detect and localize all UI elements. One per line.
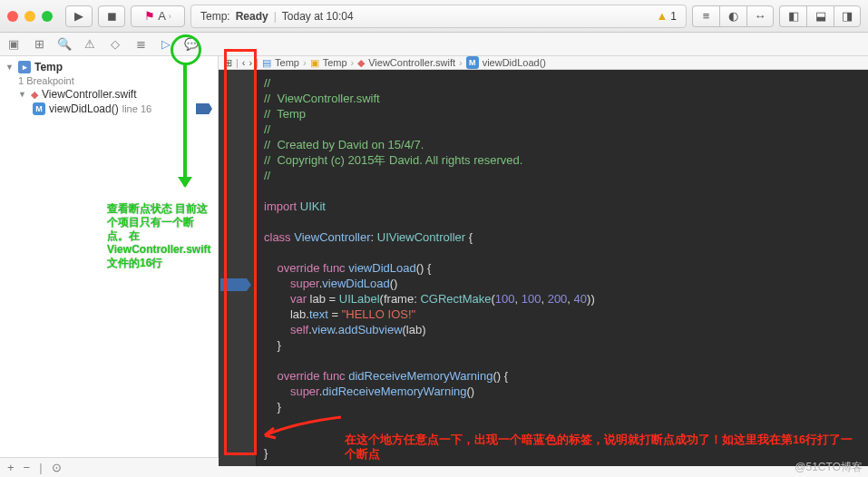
editor-gutter[interactable] [219, 70, 257, 466]
test-nav-icon[interactable]: ◇ [107, 37, 123, 51]
left-panel-toggle[interactable]: ◧ [779, 5, 806, 27]
annotation-text-red: 在这个地方任意点一下，出现一个暗蓝色的标签，说明就打断点成功了！如这里我在第16… [345, 433, 853, 462]
jump-bar[interactable]: ⊞ | ‹ › | ▤Temp › ▣Temp › ◆ViewControlle… [219, 56, 868, 70]
close-icon[interactable] [7, 11, 18, 22]
panel-toggle-group: ◧ ⬓ ◨ [779, 5, 861, 27]
project-nav-icon[interactable]: ▣ [5, 37, 22, 51]
status-state: Ready [236, 10, 268, 23]
watermark: @51CTO博客 [795, 460, 863, 475]
code-editor[interactable]: // // ViewController.swift // Temp // //… [219, 70, 868, 466]
run-button[interactable]: ▶ [65, 5, 93, 27]
file-name: ViewController.swift [42, 88, 136, 101]
annotation-text-green: 查看断点状态 目前这个项目只有一个断点。在ViewController.swif… [107, 202, 214, 270]
breakpoint-nav-icon[interactable]: ▷ [158, 37, 174, 51]
standard-editor-button[interactable]: ≡ [692, 5, 719, 27]
jb-method[interactable]: viewDidLoad() [483, 57, 546, 68]
filter-icon[interactable]: ⊙ [52, 461, 62, 474]
remove-button[interactable]: − [24, 461, 31, 474]
annotation-arrow-green [183, 63, 187, 186]
swift-file-icon: ◆ [357, 57, 365, 69]
bottom-panel-toggle[interactable]: ⬓ [806, 5, 834, 27]
code-content[interactable]: // // ViewController.swift // Temp // //… [257, 70, 868, 466]
doc-icon: ▤ [262, 57, 271, 69]
assistant-editor-button[interactable]: ◐ [719, 5, 746, 27]
stop-button[interactable]: ◼ [98, 5, 125, 27]
issue-nav-icon[interactable]: ⚠ [82, 37, 98, 51]
report-nav-icon[interactable]: 💬 [183, 37, 200, 51]
method-name: viewDidLoad() [49, 102, 119, 115]
add-button[interactable]: + [7, 461, 15, 474]
jb-folder[interactable]: Temp [323, 57, 347, 68]
warning-count[interactable]: ▲1 [656, 9, 677, 23]
debug-nav-icon[interactable]: ≣ [132, 37, 149, 51]
find-nav-icon[interactable]: 🔍 [56, 37, 73, 51]
line-label: line 16 [122, 103, 151, 114]
right-panel-toggle[interactable]: ◨ [834, 5, 861, 27]
back-button[interactable]: ‹ [242, 57, 246, 68]
annotation-arrow-red [259, 415, 343, 441]
version-editor-button[interactable]: ↔ [746, 5, 774, 27]
scheme-selector[interactable]: ⚑A› [131, 5, 185, 27]
minimize-icon[interactable] [24, 11, 35, 22]
traffic-lights [7, 11, 53, 22]
jb-project[interactable]: Temp [275, 57, 299, 68]
jb-file[interactable]: ViewController.swift [368, 57, 455, 68]
zoom-icon[interactable] [42, 11, 53, 22]
navigator-selector-bar: ▣ ⊞ 🔍 ⚠ ◇ ≣ ▷ 💬 [0, 33, 868, 56]
window-titlebar: ▶ ◼ ⚑A› Temp: Ready | Today at 10:04 ▲1 … [0, 0, 868, 33]
scheme-label: A [158, 9, 166, 23]
method-icon: M [466, 56, 479, 69]
editor-mode-group: ≡ ◐ ↔ [692, 5, 774, 27]
activity-status: Temp: Ready | Today at 10:04 ▲1 [190, 5, 687, 28]
symbol-nav-icon[interactable]: ⊞ [31, 37, 47, 51]
project-name: Temp [34, 61, 63, 73]
status-target: Temp: [200, 10, 230, 23]
status-time: Today at 10:04 [282, 10, 354, 23]
related-items-icon[interactable]: ⊞ [224, 57, 232, 69]
breakpoint-indicator-icon[interactable] [196, 103, 212, 114]
breakpoint-marker[interactable] [220, 278, 251, 291]
editor-area: ⊞ | ‹ › | ▤Temp › ▣Temp › ◆ViewControlle… [219, 56, 868, 457]
forward-button[interactable]: › [249, 57, 253, 68]
folder-icon: ▣ [310, 57, 319, 69]
